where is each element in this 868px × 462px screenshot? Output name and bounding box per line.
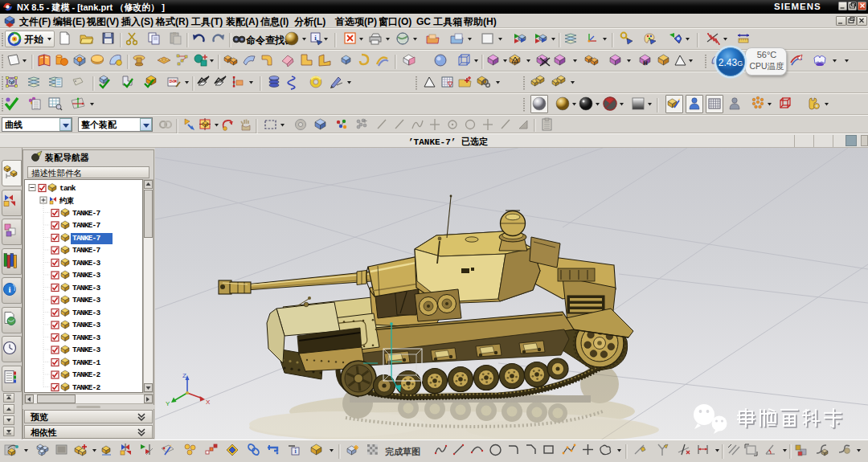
svg-text:Y: Y	[166, 400, 170, 407]
svg-text:X: X	[206, 399, 211, 406]
svg-text:Z: Z	[182, 372, 186, 379]
svg-text:2.43G: 2.43G	[719, 57, 743, 68]
